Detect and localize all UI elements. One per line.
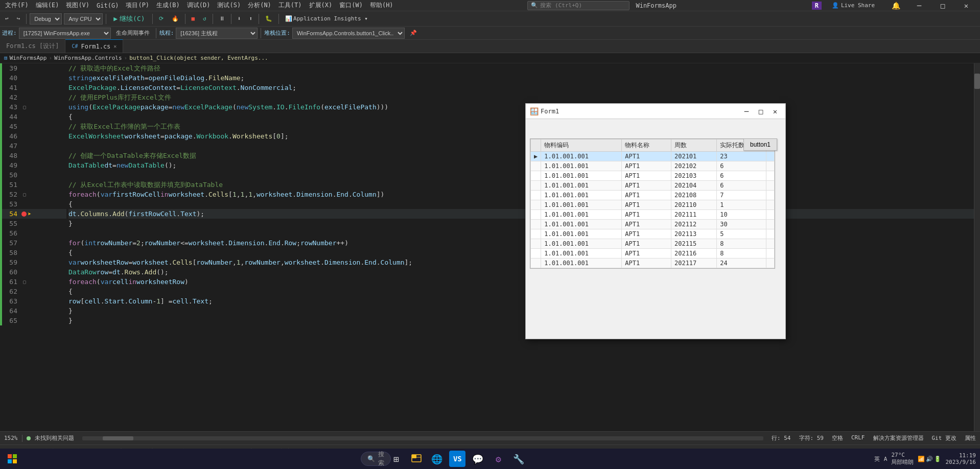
taskbar-settings-btn[interactable]: 🔧 (510, 451, 527, 467)
grid-cell-col2: APT1 (622, 171, 671, 181)
hot-reload-btn[interactable]: 🔥 (169, 14, 182, 23)
menu-analyze[interactable]: 分析(N) (245, 0, 274, 11)
restart-btn[interactable]: ↺ (200, 14, 209, 23)
table-row[interactable]: 1.01.001.001 APT1 202103 6 (531, 171, 775, 181)
table-row[interactable]: 1.01.001.001 APT1 202115 8 (531, 239, 775, 249)
menu-bar: 文件(F) 编辑(E) 视图(V) Git(G) 项目(P) 生成(B) 调试(… (0, 0, 980, 11)
line-gutter: 39 40 41 42 43 ▢ (0, 63, 66, 431)
table-row[interactable]: 1.01.001.001 APT1 202112 30 (531, 220, 775, 229)
menu-file[interactable]: 文件(F) (2, 0, 32, 11)
solution-explorer-btn[interactable]: 解决方案资源管理器 (873, 434, 924, 442)
weather-desc: 局部晴朗 (891, 458, 914, 466)
grid-cell-col3: 202108 (671, 191, 716, 200)
grid-col-header-2[interactable]: 物料名称 (622, 139, 671, 152)
step-over-btn[interactable]: ⟳ (156, 14, 167, 23)
continue-label: 继续(C) (120, 14, 145, 24)
undo-btn[interactable]: ↩ (2, 14, 12, 23)
start-button[interactable] (4, 451, 20, 467)
taskbar-search-btn[interactable]: 🔍 搜索 (367, 451, 384, 467)
process-dropdown[interactable]: [17252] WinFormsApp.exe (19, 28, 111, 39)
maximize-btn[interactable]: □ (931, 0, 954, 11)
location-dropdown[interactable]: WinFormsApp.Controls.button1_Click... (292, 28, 405, 39)
live-share-btn[interactable]: 👤 Live Share (823, 0, 884, 11)
breadcrumb-project[interactable]: WinFormsApp (10, 55, 47, 61)
continue-btn[interactable]: ▶ 继续(C) (109, 13, 149, 25)
redo-btn[interactable]: ↪ (14, 14, 24, 23)
zoom-level[interactable]: 152% (4, 435, 18, 441)
form1-button1[interactable]: button1 (743, 138, 777, 151)
properties-btn[interactable]: 属性 (965, 434, 976, 442)
step-out-btn[interactable]: ⬆ (246, 14, 255, 23)
grid-col-header-3[interactable]: 周数 (671, 139, 716, 152)
notifications-btn[interactable]: 🔔 (884, 0, 907, 11)
minimize-btn[interactable]: ─ (907, 0, 931, 11)
menu-test[interactable]: 测试(S) (214, 0, 244, 11)
menu-project[interactable]: 项目(P) (123, 0, 152, 11)
code-area[interactable]: // 获取选中的Excel文件路径 string excelFilePath =… (66, 63, 974, 431)
menu-view[interactable]: 视图(V) (63, 0, 92, 11)
form1-minimize-btn[interactable]: ─ (740, 106, 753, 117)
grid-cell-col1: 1.01.001.001 (541, 191, 622, 200)
tab-form1-cs[interactable]: C# Form1.cs ✕ (65, 39, 123, 53)
pause-btn[interactable]: ⏸ (216, 14, 228, 23)
taskbar-chat-btn[interactable]: 💬 (470, 451, 486, 467)
horizontal-scrollbar[interactable] (82, 436, 764, 440)
menu-build[interactable]: 生成(B) (153, 0, 183, 11)
table-row[interactable]: 1.01.001.001 APT1 202113 5 (531, 229, 775, 239)
taskbar-multitask-btn[interactable]: ⊞ (388, 451, 404, 467)
debug-target-btn[interactable]: 🐛 (262, 14, 275, 23)
breadcrumb-method[interactable]: button1_Click(object sender, EventArgs..… (129, 55, 268, 61)
code-line-45: // 获取Excel工作簿的第一个工作表 (68, 122, 974, 131)
table-row[interactable]: ▶ 1.01.001.001 APT1 202101 23 (531, 152, 775, 161)
table-row[interactable]: 1.01.001.001 APT1 202116 8 (531, 249, 775, 259)
table-row[interactable]: 1.01.001.001 APT1 202117 24 (531, 259, 775, 268)
scroll-thumb-v[interactable] (974, 74, 980, 89)
step-into-btn[interactable]: ⬇ (235, 14, 244, 23)
menu-extensions[interactable]: 扩展(X) (306, 0, 336, 11)
table-row[interactable]: 1.01.001.001 APT1 202102 6 (531, 161, 775, 171)
separator-7 (259, 14, 259, 24)
grid-cell-col2: APT1 (622, 152, 671, 161)
stop-btn[interactable]: ■ (189, 14, 198, 23)
vertical-scrollbar[interactable] (974, 63, 980, 431)
code-line-55: } (68, 219, 974, 228)
menu-debug[interactable]: 调试(D) (184, 0, 214, 11)
git-changes-btn[interactable]: Git 更改 (932, 434, 957, 442)
platform-dropdown[interactable]: Any CPU (64, 13, 103, 25)
app-insights-btn[interactable]: 📊 Application Insights ▾ (282, 14, 371, 23)
menu-git[interactable]: Git(G) (94, 1, 122, 10)
menu-tools[interactable]: 工具(T) (275, 0, 305, 11)
encoding-info: CRLF (851, 434, 865, 442)
debug-mode-dropdown[interactable]: Debug (30, 13, 62, 25)
table-row[interactable]: 1.01.001.001 APT1 202108 7 (531, 191, 775, 200)
taskbar-vs-purple-btn[interactable]: ⚙ (490, 451, 506, 467)
taskbar-search-bar[interactable]: 🔍 搜索 (361, 452, 391, 466)
table-row[interactable]: 1.01.001.001 APT1 202110 1 (531, 200, 775, 210)
row-indicator-cell (531, 181, 541, 191)
form1-maximize-btn[interactable]: □ (755, 106, 767, 117)
taskbar-vscode-btn[interactable]: VS (449, 451, 465, 467)
pin-btn[interactable]: 📌 (407, 29, 420, 37)
menu-edit[interactable]: 编辑(E) (33, 0, 62, 11)
svg-rect-2 (8, 459, 12, 463)
table-row[interactable]: 1.01.001.001 APT1 202111 10 (531, 210, 775, 220)
thread-dropdown[interactable]: [16236] 主线程 (176, 28, 258, 39)
grid-col-header-1[interactable]: 物料编码 (541, 139, 622, 152)
taskbar-explorer-btn[interactable] (408, 451, 425, 467)
taskbar-left (4, 451, 20, 467)
taskbar-browser-btn[interactable]: 🌐 (429, 451, 445, 467)
lifecycle-btn[interactable]: 生命周期事件 (113, 28, 153, 38)
tab-close-btn[interactable]: ✕ (113, 43, 116, 49)
form1-close-btn[interactable]: ✕ (769, 106, 781, 117)
search-taskbar-icon: 🔍 (367, 455, 375, 462)
table-row[interactable]: 1.01.001.001 APT1 202104 6 (531, 181, 775, 191)
grid-cell-col4: 5 (717, 229, 766, 239)
close-btn[interactable]: ✕ (954, 0, 978, 11)
scroll-thumb-h[interactable] (103, 436, 133, 440)
menu-help[interactable]: 帮助(H) (367, 0, 396, 11)
menu-window[interactable]: 窗口(W) (336, 0, 366, 11)
breadcrumb-namespace[interactable]: WinFormsApp.Controls (54, 55, 122, 61)
tab-form1-design[interactable]: Form1.cs [设计] (0, 39, 65, 53)
grid-cell-scroll (766, 239, 775, 249)
search-input[interactable]: 搜索 (Ctrl+Q) (540, 2, 582, 9)
